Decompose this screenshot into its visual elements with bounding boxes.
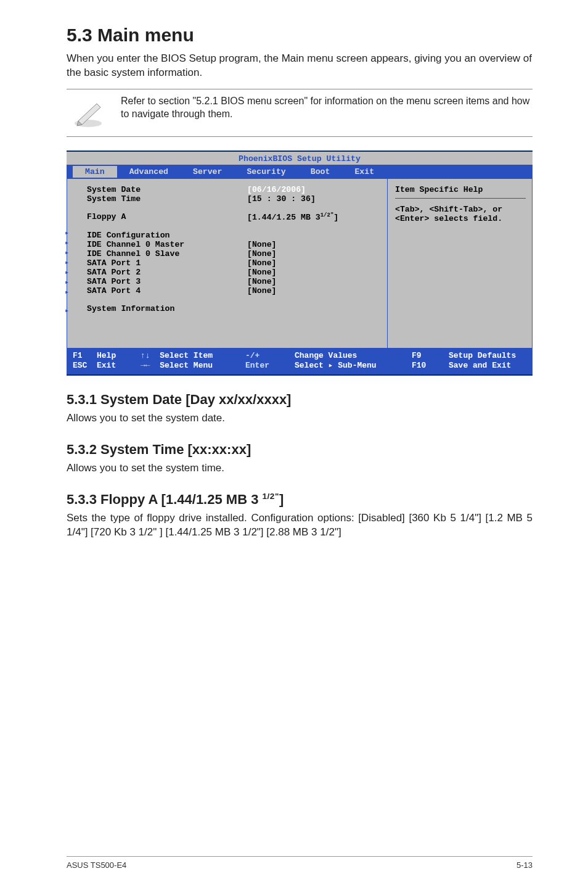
esc-label: Exit bbox=[97, 361, 116, 370]
label: IDE Configuration bbox=[87, 231, 247, 240]
footer-right: 5-13 bbox=[517, 860, 533, 870]
sub-531-body: Allows you to set the system date. bbox=[67, 411, 533, 426]
value: [1.44/1.25 MB 31/2"] bbox=[247, 212, 338, 222]
select-submenu-label: Select ▸ Sub-Menu bbox=[295, 361, 412, 371]
label: System Date bbox=[87, 185, 247, 194]
change-values-label: Change Values bbox=[295, 351, 412, 361]
value: [None] bbox=[247, 258, 276, 268]
sub-533-body: Sets the type of floppy drive installed.… bbox=[67, 511, 533, 540]
label: SATA Port 2 bbox=[87, 268, 247, 277]
row-system-time[interactable]: System Time [15 : 30 : 36] bbox=[87, 194, 382, 204]
bios-title: PhoenixBIOS Setup Utility bbox=[67, 152, 533, 165]
tab-boot[interactable]: Boot bbox=[298, 166, 343, 178]
plusminus-key: -/+ bbox=[245, 351, 295, 361]
label: SATA Port 3 bbox=[87, 277, 247, 286]
leftright-icon: →← bbox=[141, 361, 150, 370]
help-line2: <Enter> selects field. bbox=[395, 214, 526, 223]
note-text: Refer to section "5.2.1 BIOS menu screen… bbox=[121, 94, 533, 121]
f1-label: Help bbox=[97, 351, 116, 360]
bios-footer: F1 Help ESC Exit ↑↓ Select Item →← Selec… bbox=[67, 349, 533, 374]
bios-help-pane: Item Specific Help <Tab>, <Shift-Tab>, o… bbox=[388, 179, 533, 349]
label: SATA Port 1 bbox=[87, 258, 247, 268]
tab-exit[interactable]: Exit bbox=[342, 166, 386, 178]
row-sata-3[interactable]: SATA Port 3[None] bbox=[87, 277, 382, 286]
help-title: Item Specific Help bbox=[395, 185, 526, 199]
save-exit-label: Save and Exit bbox=[449, 361, 526, 371]
row-ide-ch0-slave[interactable]: IDE Channel 0 Slave[None] bbox=[87, 249, 382, 258]
value: [None] bbox=[247, 249, 276, 258]
value: [None] bbox=[247, 286, 276, 295]
label: IDE Channel 0 Master bbox=[87, 240, 247, 249]
row-system-info[interactable]: System Information bbox=[87, 304, 382, 313]
row-sata-1[interactable]: SATA Port 1[None] bbox=[87, 258, 382, 268]
value: [None] bbox=[247, 268, 276, 277]
value: [None] bbox=[247, 240, 276, 249]
bios-window: PhoenixBIOS Setup Utility Main Advanced … bbox=[67, 151, 533, 376]
note-callout: Refer to section "5.2.1 BIOS menu screen… bbox=[67, 89, 533, 137]
enter-key: Enter bbox=[245, 361, 295, 371]
esc-key: ESC bbox=[73, 361, 87, 370]
tab-server[interactable]: Server bbox=[181, 166, 234, 178]
row-system-date[interactable]: System Date [06/16/2006] bbox=[87, 185, 382, 194]
tab-security[interactable]: Security bbox=[234, 166, 298, 178]
row-sata-2[interactable]: SATA Port 2[None] bbox=[87, 268, 382, 277]
sub-533-title-a: 5.3.3 Floppy A [1.44/1.25 MB 3 bbox=[67, 492, 263, 507]
sub-533-title: 5.3.3 Floppy A [1.44/1.25 MB 3 1/2"] bbox=[67, 492, 533, 508]
row-sata-4[interactable]: SATA Port 4[None] bbox=[87, 286, 382, 295]
bios-tabs: Main Advanced Server Security Boot Exit bbox=[67, 165, 533, 179]
label: Floppy A bbox=[87, 212, 247, 222]
tab-main[interactable]: Main bbox=[73, 166, 117, 178]
section-title: 5.3 Main menu bbox=[67, 25, 533, 46]
sub-532-title: 5.3.2 System Time [xx:xx:xx] bbox=[67, 442, 533, 458]
sub-532-body: Allows you to set the system time. bbox=[67, 461, 533, 476]
row-ide-config[interactable]: IDE Configuration bbox=[87, 231, 382, 240]
footer-left: ASUS TS500-E4 bbox=[67, 860, 126, 870]
label: IDE Channel 0 Slave bbox=[87, 249, 247, 258]
floppy-val-b: ] bbox=[333, 213, 338, 222]
setup-defaults-label: Setup Defaults bbox=[449, 351, 526, 361]
label: System Time bbox=[87, 194, 247, 204]
pencil-icon bbox=[67, 94, 110, 131]
select-item-label: Select Item bbox=[160, 351, 213, 360]
value: [15 : 30 : 36] bbox=[247, 194, 316, 204]
section-intro: When you enter the BIOS Setup program, t… bbox=[67, 52, 533, 80]
row-floppy-a[interactable]: Floppy A [1.44/1.25 MB 31/2"] bbox=[87, 212, 382, 222]
page-footer: ASUS TS500-E4 5-13 bbox=[67, 856, 533, 870]
sub-533-frac: 1/2" bbox=[263, 492, 279, 501]
sub-533-title-b: ] bbox=[279, 492, 284, 507]
updown-icon: ↑↓ bbox=[141, 351, 150, 360]
tab-advanced[interactable]: Advanced bbox=[117, 166, 181, 178]
value: [06/16/2006] bbox=[247, 185, 306, 194]
select-menu-label: Select Menu bbox=[160, 361, 213, 370]
label: SATA Port 4 bbox=[87, 286, 247, 295]
floppy-val-a: [1.44/1.25 MB 3 bbox=[247, 213, 321, 222]
row-ide-ch0-master[interactable]: IDE Channel 0 Master[None] bbox=[87, 240, 382, 249]
f10-key: F10 bbox=[412, 361, 449, 371]
f9-key: F9 bbox=[412, 351, 449, 361]
floppy-exp: 1/2" bbox=[321, 212, 334, 218]
f1-key: F1 bbox=[73, 351, 83, 360]
help-line1: <Tab>, <Shift-Tab>, or bbox=[395, 205, 526, 214]
value: [None] bbox=[247, 277, 276, 286]
label: System Information bbox=[87, 304, 247, 313]
sub-531-title: 5.3.1 System Date [Day xx/xx/xxxx] bbox=[67, 392, 533, 408]
submenu-arrows: ▸▸▸▸▸▸▸ ▸ bbox=[65, 228, 69, 316]
